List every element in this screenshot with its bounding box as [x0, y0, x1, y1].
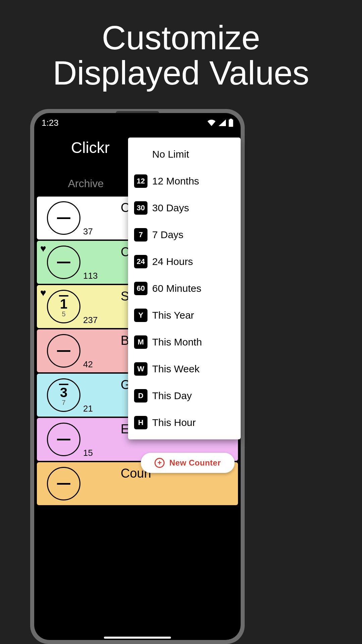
- dropdown-item[interactable]: YThis Year: [128, 302, 241, 329]
- counter-total: 37: [83, 226, 93, 237]
- wifi-icon: [207, 119, 216, 126]
- dropdown-item[interactable]: DThis Day: [128, 382, 241, 409]
- minus-icon: [57, 350, 70, 352]
- time-range-badge-icon: W: [134, 362, 147, 376]
- time-range-badge-icon: 30: [134, 201, 147, 215]
- counter-total: 237: [83, 315, 98, 325]
- dropdown-item[interactable]: MThis Month: [128, 329, 241, 356]
- minus-icon: [57, 262, 70, 263]
- dropdown-item[interactable]: 2424 Hours: [128, 248, 241, 275]
- status-bar: 1:23: [34, 113, 241, 132]
- headline-line-1: Customize: [102, 19, 260, 56]
- dropdown-item-label: 24 Hours: [152, 256, 193, 267]
- counter-value: 1: [60, 297, 67, 312]
- time-range-badge-icon: 24: [134, 255, 147, 268]
- dropdown-item-label: 60 Minutes: [152, 283, 201, 294]
- decrement-button[interactable]: [47, 246, 80, 279]
- new-counter-button[interactable]: + New Counter: [141, 453, 235, 473]
- decrement-button[interactable]: 37: [47, 378, 80, 412]
- cell-signal-icon: [219, 119, 226, 126]
- decrement-button[interactable]: 15: [47, 290, 80, 323]
- time-range-badge-icon: M: [134, 335, 147, 349]
- dropdown-item-label: 12 Months: [152, 175, 199, 187]
- decrement-button[interactable]: [47, 423, 80, 456]
- headline-line-2: Displayed Values: [53, 54, 309, 92]
- counter-subvalue: 7: [62, 399, 65, 407]
- heart-icon: ♥: [40, 243, 46, 254]
- dropdown-item-label: This Week: [152, 363, 199, 375]
- status-time: 1:23: [42, 118, 59, 128]
- counter-total: 113: [83, 271, 98, 281]
- counter-total: 21: [83, 404, 93, 414]
- app-title: Clickr: [71, 139, 110, 157]
- counter-total: 42: [83, 359, 93, 370]
- time-range-badge-icon: 60: [134, 282, 147, 295]
- dropdown-item-label: 30 Days: [152, 202, 189, 214]
- time-range-badge-icon: [134, 148, 147, 161]
- promo-headline: Customize Displayed Values: [0, 20, 362, 91]
- counter-value: 3: [60, 385, 67, 400]
- counter-subvalue: 5: [62, 310, 65, 318]
- dropdown-item[interactable]: WThis Week: [128, 356, 241, 382]
- heart-icon: ♥: [40, 287, 46, 299]
- counter-total: 15: [83, 448, 93, 458]
- dropdown-item-label: This Year: [152, 310, 194, 321]
- dropdown-item-label: This Day: [152, 390, 192, 401]
- time-range-badge-icon: 7: [134, 228, 147, 241]
- battery-icon: [229, 119, 233, 127]
- status-icons: [207, 119, 233, 127]
- new-counter-label: New Counter: [169, 458, 221, 468]
- decrement-button[interactable]: [47, 467, 80, 500]
- dropdown-item[interactable]: 3030 Days: [128, 195, 241, 221]
- time-range-dropdown: No Limit1212 Months3030 Days77 Days2424 …: [128, 138, 241, 439]
- time-range-badge-icon: H: [134, 416, 147, 429]
- minus-icon: [57, 439, 70, 440]
- time-range-badge-icon: Y: [134, 309, 147, 322]
- time-range-badge-icon: 12: [134, 174, 147, 188]
- plus-circle-icon: +: [155, 458, 165, 468]
- minus-icon: [57, 217, 70, 219]
- dropdown-item-label: No Limit: [152, 149, 189, 160]
- dropdown-item[interactable]: No Limit: [128, 141, 241, 168]
- dropdown-item[interactable]: 6060 Minutes: [128, 275, 241, 302]
- decrement-button[interactable]: [47, 201, 80, 235]
- tab-archive[interactable]: Archive: [34, 172, 137, 195]
- dropdown-item[interactable]: HThis Hour: [128, 409, 241, 436]
- dropdown-item-label: This Hour: [152, 417, 196, 428]
- dropdown-item-label: 7 Days: [152, 229, 183, 240]
- tab-archive-label: Archive: [68, 177, 104, 190]
- dropdown-item[interactable]: 1212 Months: [128, 168, 241, 195]
- android-nav-bar[interactable]: [104, 637, 171, 639]
- time-range-badge-icon: D: [134, 389, 147, 402]
- minus-icon: [57, 483, 70, 485]
- dropdown-item-label: This Month: [152, 336, 202, 348]
- decrement-button[interactable]: [47, 334, 80, 368]
- dropdown-item[interactable]: 77 Days: [128, 221, 241, 248]
